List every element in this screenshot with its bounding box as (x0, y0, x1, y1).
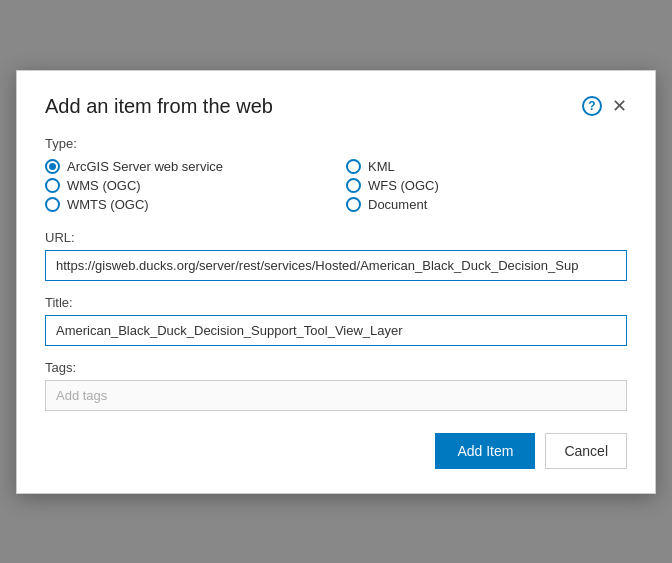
radio-label-document: Document (368, 197, 427, 212)
header-icons: ? ✕ (582, 96, 627, 116)
radio-kml[interactable]: KML (346, 159, 627, 174)
radio-circle-kml (346, 159, 361, 174)
radio-wms[interactable]: WMS (OGC) (45, 178, 326, 193)
radio-wmts[interactable]: WMTS (OGC) (45, 197, 326, 212)
radio-label-arcgis: ArcGIS Server web service (67, 159, 223, 174)
radio-circle-wms (45, 178, 60, 193)
radio-circle-wmts (45, 197, 60, 212)
radio-arcgis[interactable]: ArcGIS Server web service (45, 159, 326, 174)
radio-wfs[interactable]: WFS (OGC) (346, 178, 627, 193)
title-label: Title: (45, 295, 627, 310)
radio-circle-wfs (346, 178, 361, 193)
add-item-dialog: Add an item from the web ? ✕ Type: ArcGI… (16, 70, 656, 494)
radio-label-wms: WMS (OGC) (67, 178, 141, 193)
help-icon[interactable]: ? (582, 96, 602, 116)
radio-group: ArcGIS Server web service KML WMS (OGC) … (45, 159, 627, 212)
title-input[interactable] (45, 315, 627, 346)
radio-document[interactable]: Document (346, 197, 627, 212)
type-label: Type: (45, 136, 627, 151)
radio-circle-document (346, 197, 361, 212)
dialog-header: Add an item from the web ? ✕ (45, 95, 627, 118)
dialog-title: Add an item from the web (45, 95, 273, 118)
tags-field-group: Tags: (45, 360, 627, 411)
tags-label: Tags: (45, 360, 627, 375)
url-label: URL: (45, 230, 627, 245)
url-input[interactable] (45, 250, 627, 281)
cancel-button[interactable]: Cancel (545, 433, 627, 469)
radio-label-wfs: WFS (OGC) (368, 178, 439, 193)
url-field-group: URL: (45, 230, 627, 281)
radio-label-wmts: WMTS (OGC) (67, 197, 149, 212)
radio-label-kml: KML (368, 159, 395, 174)
radio-circle-arcgis (45, 159, 60, 174)
close-icon[interactable]: ✕ (612, 97, 627, 115)
tags-input[interactable] (45, 380, 627, 411)
add-item-button[interactable]: Add Item (435, 433, 535, 469)
dialog-footer: Add Item Cancel (45, 433, 627, 469)
title-field-group: Title: (45, 295, 627, 346)
